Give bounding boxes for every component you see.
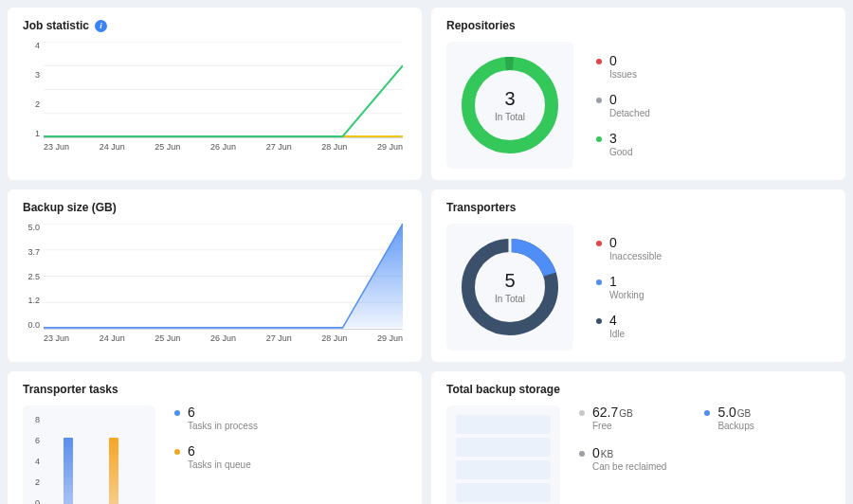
info-icon[interactable]: i <box>95 20 107 32</box>
dot-icon <box>596 136 602 142</box>
y-tick: 1.2 <box>23 297 40 305</box>
repositories-donut: 3 In Total <box>458 53 562 157</box>
x-tick: 29 Jun <box>377 142 403 155</box>
dot-icon <box>579 410 585 416</box>
storage-slab <box>456 415 551 434</box>
y-tick: 5.0 <box>23 224 40 232</box>
x-tick: 24 Jun <box>100 142 125 155</box>
transporters-total-label: In Total <box>495 294 525 304</box>
x-tick: 25 Jun <box>154 333 180 347</box>
legend-item-free: 62.7GBFree <box>579 405 666 431</box>
job-statistic-card: Job statistic i 4 3 2 1 <box>8 8 422 180</box>
x-tick: 29 Jun <box>377 333 403 347</box>
y-tick: 1 <box>23 130 40 138</box>
y-tick: 6 <box>30 436 40 445</box>
storage-slab <box>456 438 551 457</box>
transporter-tasks-title: Transporter tasks <box>23 383 118 396</box>
dot-icon <box>596 98 602 103</box>
storage-slab <box>456 483 551 502</box>
dot-icon <box>596 279 602 285</box>
backup-size-chart: 5.0 3.7 2.5 1.2 0.0 <box>23 224 407 347</box>
storage-legend: 62.7GBFree 5.0GBBackups 0KBCan be reclai… <box>579 405 792 472</box>
storage-slab <box>456 460 551 479</box>
job-statistic-chart: 4 3 2 1 <box>23 42 407 155</box>
y-tick: 2 <box>23 100 40 109</box>
transporter-tasks-card: Transporter tasks 8 6 4 2 0 <box>8 371 422 504</box>
transporters-total: 5 <box>504 270 515 292</box>
bar-tasks-in-process <box>64 438 73 504</box>
x-tick: 28 Jun <box>321 333 347 347</box>
dot-icon <box>579 451 585 457</box>
dot-icon <box>174 410 180 416</box>
x-tick: 26 Jun <box>210 142 236 155</box>
dot-icon <box>704 410 710 416</box>
y-tick: 3.7 <box>23 248 40 257</box>
y-tick: 0.0 <box>23 321 40 330</box>
dot-icon <box>596 318 602 324</box>
storage-chart <box>446 405 560 504</box>
bar-tasks-in-queue <box>109 438 118 504</box>
legend-item-detached: 0Detached <box>596 93 650 118</box>
y-tick: 8 <box>30 415 40 424</box>
dot-icon <box>596 241 602 246</box>
total-backup-storage-card: Total backup storage 62.7GBFree <box>431 371 845 504</box>
legend-item-backups: 5.0GBBackups <box>704 405 791 431</box>
legend-item-good: 3Good <box>596 132 650 157</box>
x-tick: 26 Jun <box>210 333 236 347</box>
y-tick: 4 <box>30 457 40 466</box>
legend-item-working: 1Working <box>596 275 662 300</box>
backup-size-title: Backup size (GB) <box>23 201 117 214</box>
backup-size-card: Backup size (GB) 5.0 3.7 2.5 1.2 0.0 <box>8 189 422 362</box>
legend-item-idle: 4Idle <box>596 314 662 339</box>
legend-item-tasks-in-process: 6Tasks in process <box>174 405 258 431</box>
x-tick: 24 Jun <box>100 333 125 347</box>
transporter-tasks-chart: 8 6 4 2 0 <box>23 405 155 504</box>
y-tick: 3 <box>23 71 40 80</box>
legend-item-inaccessible: 0Inaccessible <box>596 236 662 261</box>
x-tick: 28 Jun <box>321 142 347 155</box>
transporters-title: Transporters <box>446 201 516 214</box>
x-tick: 27 Jun <box>266 142 292 155</box>
legend-item-issues: 0Issues <box>596 54 650 80</box>
total-backup-storage-title: Total backup storage <box>446 383 560 396</box>
dot-icon <box>596 59 602 64</box>
x-tick: 25 Jun <box>154 142 180 155</box>
y-tick: 4 <box>23 42 40 50</box>
job-statistic-title: Job statistic <box>23 19 89 32</box>
repositories-card: Repositories 3 In Total 0Issues <box>431 8 845 180</box>
y-tick: 0 <box>30 498 40 504</box>
legend-item-tasks-in-queue: 6Tasks in queue <box>174 444 258 470</box>
x-tick: 23 Jun <box>44 142 69 155</box>
repositories-title: Repositories <box>446 19 516 32</box>
x-tick: 27 Jun <box>266 333 292 347</box>
legend-item-reclaim: 0KBCan be reclaimed <box>579 446 666 472</box>
y-tick: 2.5 <box>23 273 40 281</box>
repositories-total-label: In Total <box>495 112 525 122</box>
x-tick: 23 Jun <box>44 333 69 347</box>
transporter-tasks-legend: 6Tasks in process 6Tasks in queue <box>174 405 258 470</box>
transporters-donut: 5 In Total <box>458 235 562 339</box>
transporters-legend: 0Inaccessible 1Working 4Idle <box>596 236 662 339</box>
repositories-total: 3 <box>504 88 515 110</box>
repositories-legend: 0Issues 0Detached 3Good <box>596 54 650 157</box>
transporters-card: Transporters 5 In Total <box>431 189 845 362</box>
y-tick: 2 <box>30 477 40 487</box>
dot-icon <box>174 449 180 455</box>
